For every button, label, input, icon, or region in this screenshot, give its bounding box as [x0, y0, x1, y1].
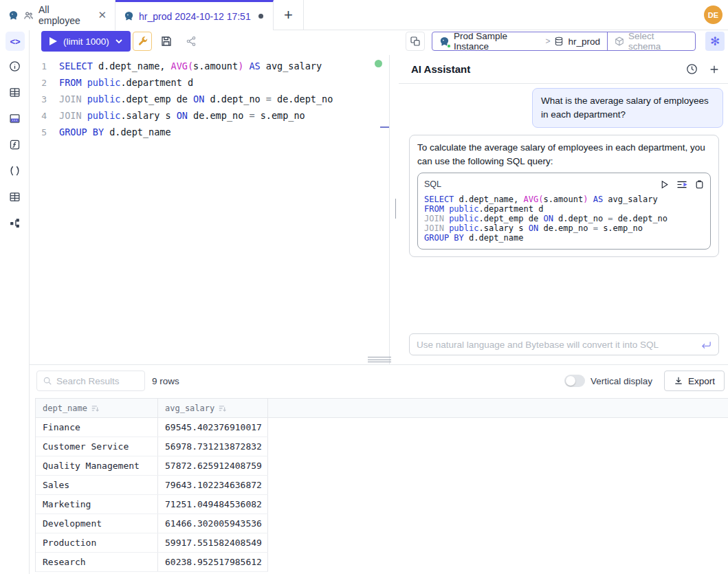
table-row[interactable]: Research60238.952517985612	[36, 553, 268, 572]
cell-dept-name: Finance	[36, 418, 158, 437]
schema-selector[interactable]: Select schema	[607, 32, 695, 50]
editor-line[interactable]: 3JOIN public.dept_emp de ON d.dept_no = …	[30, 91, 389, 107]
copy-code-icon[interactable]	[695, 179, 704, 189]
table-row[interactable]: Development61466.302005943536	[36, 514, 268, 533]
code-text: SELECT d.dept_name, AVG(s.amount) AS avg…	[53, 60, 322, 71]
user-message-bubble: What is the average salary of employees …	[532, 88, 723, 128]
horizontal-splitter-grip[interactable]	[368, 357, 391, 362]
assistant-code-block: SQL SELECT d.dept_name, AVG(s.amount) AS…	[417, 173, 711, 250]
table-row[interactable]: Sales79643.102234636872	[36, 476, 268, 495]
tab-label: All employee	[38, 4, 89, 26]
close-icon[interactable]: ✕	[98, 9, 107, 21]
search-icon	[43, 376, 52, 386]
insert-code-icon[interactable]	[676, 180, 687, 189]
line-number: 5	[30, 127, 53, 137]
database-name: hr_prod	[568, 36, 600, 47]
breadcrumb-separator: >	[545, 36, 550, 46]
schema-cube-icon	[615, 36, 624, 46]
column-header-dept-name[interactable]: dept_name	[36, 399, 158, 417]
code-text: GROUP BY d.dept_name	[53, 126, 171, 137]
functions-panel-icon[interactable]	[8, 137, 21, 151]
cell-avg-salary: 61466.302005943536	[158, 514, 268, 533]
search-results-input[interactable]	[56, 376, 132, 386]
cell-avg-salary: 59917.551582408549	[158, 533, 268, 552]
tab-hr-prod[interactable]: hr_prod 2024-10-12 17:51	[115, 0, 274, 30]
results-table-body: Finance69545.402376910017Customer Servic…	[35, 418, 268, 572]
run-code-icon[interactable]	[660, 180, 669, 189]
new-chat-plus-icon[interactable]	[709, 64, 720, 75]
vertical-splitter[interactable]	[389, 55, 390, 364]
sql-editor-icon[interactable]: <>	[5, 32, 25, 51]
line-number: 2	[30, 78, 53, 88]
ai-assistant-button[interactable]: ✻	[705, 32, 725, 51]
avatar[interactable]: DE	[704, 5, 723, 24]
assistant-response: To calculate the average salary of emplo…	[409, 135, 719, 257]
wrench-icon	[137, 36, 148, 47]
run-query-button[interactable]: (limit 1000)	[41, 31, 131, 52]
share-button[interactable]	[181, 32, 201, 51]
table-row[interactable]: Finance69545.402376910017	[36, 418, 268, 437]
search-results-box[interactable]	[36, 371, 145, 391]
lineage-panel-icon[interactable]	[8, 216, 21, 230]
export-button[interactable]: Export	[664, 371, 725, 391]
ai-input[interactable]	[417, 340, 701, 350]
tables-panel-icon[interactable]	[8, 85, 21, 99]
play-icon	[49, 37, 57, 45]
row-count: 9 rows	[152, 376, 179, 386]
ai-input-box[interactable]	[409, 333, 719, 355]
column-header-avg-salary[interactable]: avg_salary	[158, 399, 268, 417]
line-number: 1	[30, 61, 53, 71]
table-row[interactable]: Production59917.551582408549	[36, 533, 268, 553]
results-table-header: dept_name avg_salary	[35, 398, 728, 418]
tab-all-employee[interactable]: All employee ✕	[0, 0, 115, 30]
cell-dept-name: Customer Service	[36, 437, 158, 456]
openai-icon: ✻	[710, 34, 720, 49]
cell-dept-name: Marketing	[36, 495, 158, 514]
line-number: 3	[30, 94, 53, 104]
editor-line[interactable]: 5GROUP BY d.dept_name	[30, 124, 389, 140]
download-icon	[674, 376, 683, 386]
history-clock-icon[interactable]	[686, 63, 698, 75]
table-row[interactable]: Marketing71251.049484536082	[36, 495, 268, 514]
new-tab-button[interactable]: +	[274, 0, 304, 30]
vertical-display-toggle[interactable]	[564, 375, 585, 387]
ai-code-line: JOIN public.dept_emp de ON d.dept_no = d…	[424, 214, 704, 223]
editor-line[interactable]: 1SELECT d.dept_name, AVG(s.amount) AS av…	[30, 58, 389, 74]
ai-code-line: FROM public.department d	[424, 204, 704, 214]
cell-dept-name: Research	[36, 553, 158, 571]
editor-line[interactable]: 4JOIN public.salary s ON de.emp_no = s.e…	[30, 107, 389, 124]
chevron-down-icon	[115, 39, 122, 44]
return-enter-icon[interactable]	[701, 340, 712, 349]
cell-dept-name: Quality Management	[36, 456, 158, 475]
sort-icon[interactable]	[91, 405, 99, 412]
schema-diagram-icon[interactable]	[8, 111, 21, 125]
sort-icon[interactable]	[219, 405, 226, 412]
save-button[interactable]	[157, 32, 176, 51]
editor-line[interactable]: 2FROM public.department d	[30, 74, 389, 91]
info-panel-icon[interactable]	[8, 59, 21, 73]
postgres-icon	[124, 11, 134, 21]
postgres-icon	[439, 36, 450, 47]
sql-editor[interactable]: 1SELECT d.dept_name, AVG(s.amount) AS av…	[30, 58, 389, 364]
line-number: 4	[30, 111, 53, 121]
editor-status-dot-icon	[375, 60, 382, 67]
table-row[interactable]: Customer Service56978.731213872832	[36, 437, 268, 456]
share-icon	[186, 36, 197, 47]
ai-panel-title: AI Assistant	[411, 63, 470, 75]
format-sql-button[interactable]	[133, 32, 152, 51]
cell-avg-salary: 60238.952517985612	[158, 553, 268, 571]
unsaved-dot-icon	[258, 14, 263, 19]
connection-database[interactable]: Prod Sample Instance > hr_prod	[432, 32, 607, 50]
ai-assistant-panel: AI Assistant What is the average salary …	[399, 55, 728, 364]
connection-selector[interactable]: Prod Sample Instance > hr_prod Select sc…	[432, 32, 696, 51]
format-statement-button[interactable]	[406, 32, 425, 51]
cell-dept-name: Production	[36, 533, 158, 552]
table-row[interactable]: Quality Management57872.625912408759	[36, 456, 268, 476]
cell-dept-name: Sales	[36, 476, 158, 494]
parentheses-panel-icon[interactable]	[8, 164, 21, 177]
shared-users-icon	[23, 10, 34, 21]
sheet-panel-icon[interactable]	[8, 190, 21, 203]
cell-avg-salary: 69545.402376910017	[158, 418, 268, 437]
code-text: FROM public.department d	[53, 77, 193, 88]
tab-bar: All employee ✕ hr_prod 2024-10-12 17:51 …	[0, 0, 728, 30]
